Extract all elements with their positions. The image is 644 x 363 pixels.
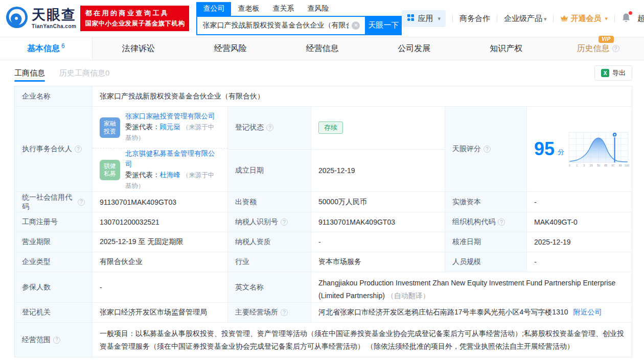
industry-label: 行业 bbox=[228, 252, 311, 272]
score-chart: 0 1 3 15 50 85 97 99 100 bbox=[567, 130, 630, 168]
industry-value: 资本市场服务 bbox=[311, 252, 445, 272]
table-row: 参保人数 - 英文名称 Zhangjiakou Production Inves… bbox=[15, 272, 632, 303]
tab-business-info[interactable]: 经营信息 bbox=[277, 37, 369, 60]
search-tab-company[interactable]: 查公司 bbox=[196, 2, 231, 16]
help-icon[interactable] bbox=[281, 309, 288, 316]
insured-label: 参保人数 bbox=[15, 272, 93, 302]
search-tabs: 查公司 查老板 查关系 查风险 bbox=[196, 2, 402, 16]
search-input[interactable] bbox=[196, 16, 365, 35]
rep-label: 委派代表： bbox=[125, 171, 160, 179]
taxpayer-id-label: 纳税人识别号 bbox=[228, 212, 311, 232]
company-name-label: 企业名称 bbox=[15, 86, 93, 106]
english-name-value: Zhangjiakou Production Investment Zhan N… bbox=[311, 272, 632, 302]
search-area: 查公司 查老板 查关系 查风险 天眼一下 bbox=[196, 2, 402, 35]
enterprise-products-menu[interactable]: 企业级产品 bbox=[504, 14, 547, 23]
clear-icon[interactable] bbox=[352, 21, 360, 30]
staff-size-label: 人员规模 bbox=[445, 252, 527, 272]
tianyancha-logo[interactable]: 天眼查 TianYanCha.com bbox=[5, 6, 76, 31]
reg-number-label: 工商注册号 bbox=[15, 212, 93, 232]
partner-avatar: 骐健 私募 bbox=[100, 160, 120, 180]
address-label: 主要经营场所 bbox=[228, 303, 311, 322]
search-button[interactable]: 天眼一下 bbox=[365, 16, 402, 35]
tab-history-info[interactable]: 历史信息 VIP bbox=[552, 37, 644, 60]
score-unit: 分 bbox=[558, 148, 564, 157]
partners-label: 执行事务合伙人 bbox=[15, 107, 93, 191]
search-tab-relation[interactable]: 查关系 bbox=[266, 2, 301, 16]
score-axis: 0 1 3 15 50 85 97 99 100 bbox=[569, 164, 629, 167]
org-code-value: MAK409GT-0 bbox=[527, 212, 632, 232]
table-row: 营业期限 2025-12-19 至 无固定期限 纳税人资质 - 核准日期 202… bbox=[15, 232, 632, 252]
address-value: 河北省张家口市经济开发区老鸦庄钻石南路17号丰泰风光苑小区4号写字楼1310 附… bbox=[311, 303, 632, 322]
tab-basic-info[interactable]: 基本信息 6 bbox=[0, 37, 93, 60]
company-info-table: 企业名称 张家口产投战新股权投资基金合伙企业（有限合伙） 执行事务合伙人 家融 … bbox=[14, 86, 632, 357]
super-risk-menu[interactable]: 超级风... bbox=[637, 14, 644, 23]
svg-text:97: 97 bbox=[611, 164, 614, 167]
business-term-value: 2025-12-19 至 无固定期限 bbox=[93, 232, 228, 252]
capital-label: 出资额 bbox=[228, 192, 311, 212]
company-type-value: 有限合伙企业 bbox=[93, 252, 228, 272]
company-type-label: 企业类型 bbox=[15, 252, 93, 272]
tab-company-development[interactable]: 公司发展 bbox=[368, 37, 460, 60]
help-icon[interactable] bbox=[53, 336, 60, 344]
slogan-line1: 都在用的商业查询工具 bbox=[85, 9, 185, 18]
help-icon[interactable] bbox=[498, 219, 505, 226]
capital-value: 50000万人民币 bbox=[311, 192, 445, 212]
tab-operating-risk[interactable]: 经营风险 bbox=[185, 37, 277, 60]
apps-menu[interactable]: 应用 bbox=[402, 10, 446, 27]
logo-swirl-icon bbox=[5, 6, 29, 31]
established-value: 2025-12-19 bbox=[311, 149, 445, 192]
excel-icon bbox=[601, 69, 609, 77]
help-icon[interactable] bbox=[281, 219, 288, 226]
svg-text:0: 0 bbox=[569, 164, 570, 167]
reg-number-value: 130701200032521 bbox=[93, 212, 228, 232]
notification-bell[interactable] bbox=[622, 13, 631, 24]
help-icon[interactable] bbox=[78, 199, 85, 206]
business-scope-value: 一般项目：以私募基金从事股权投资、投资管理、资产管理等活动（须在中国证券投资基金… bbox=[93, 323, 632, 357]
subtab-history-registration[interactable]: 历史工商信息0 bbox=[59, 61, 109, 85]
divider bbox=[614, 15, 615, 22]
partner-row: 骐健 私募 北京骐健私募基金管理有限公司 委派代表：杜海峰 （来源于中基协） bbox=[93, 148, 227, 191]
svg-text:100: 100 bbox=[625, 164, 629, 167]
svg-text:15: 15 bbox=[590, 164, 593, 167]
help-icon[interactable] bbox=[612, 45, 619, 52]
org-code-label: 组织机构代码 bbox=[445, 212, 527, 232]
svg-text:3: 3 bbox=[583, 164, 585, 167]
svg-text:85: 85 bbox=[604, 164, 607, 167]
paid-capital-label: 实缴资本 bbox=[445, 192, 527, 212]
rep-name-link[interactable]: 杜海峰 bbox=[160, 171, 181, 179]
apps-label: 应用 bbox=[418, 14, 433, 23]
help-icon[interactable] bbox=[75, 146, 82, 153]
export-button[interactable]: 导出 bbox=[594, 65, 632, 81]
open-vip-link[interactable]: 开通会员 bbox=[560, 14, 608, 23]
search-tab-risk[interactable]: 查风险 bbox=[301, 2, 335, 16]
partner-company-link[interactable]: 北京骐健私募基金管理有限公司 bbox=[125, 150, 215, 168]
help-icon[interactable] bbox=[266, 124, 273, 131]
approval-date-value: 2025-12-19 bbox=[527, 232, 632, 252]
table-row: 工商注册号 130701200032521 纳税人识别号 91130701MAK… bbox=[15, 212, 632, 232]
tab-intellectual-property[interactable]: 知识产权 bbox=[460, 37, 552, 60]
nearby-companies-link[interactable]: 附近公司 bbox=[573, 308, 602, 317]
table-row: 经营范围 一般项目：以私募基金从事股权投资、投资管理、资产管理等活动（须在中国证… bbox=[15, 323, 632, 357]
subtab-registration-info[interactable]: 工商信息 bbox=[14, 61, 45, 85]
tab-count-badge: 6 bbox=[61, 42, 65, 50]
score-label: 天眼评分 bbox=[445, 107, 527, 191]
credit-code-label: 统一社会信用代码 bbox=[15, 192, 93, 212]
help-icon[interactable] bbox=[484, 146, 491, 153]
partner-company-link[interactable]: 张家口家融投资管理有限公司 bbox=[125, 112, 215, 120]
svg-text:99: 99 bbox=[618, 164, 622, 167]
vip-label: 开通会员 bbox=[570, 14, 601, 23]
rep-name-link[interactable]: 顾元燊 bbox=[160, 123, 181, 131]
table-row: 登记机关 张家口经济开发区市场监督管理局 主要经营场所 河北省张家口市经济开发区… bbox=[15, 303, 632, 323]
score-value: 95 bbox=[534, 140, 555, 158]
search-tab-boss[interactable]: 查老板 bbox=[231, 2, 266, 16]
main-tabs: 基本信息 6 法律诉讼 经营风险 经营信息 公司发展 知识产权 历史信息 VIP bbox=[0, 37, 644, 60]
insured-value: - bbox=[93, 272, 228, 302]
business-coop-link[interactable]: 商务合作 bbox=[459, 14, 490, 23]
divider bbox=[553, 15, 554, 22]
status-badge: 存续 bbox=[318, 122, 343, 134]
vip-badge: VIP bbox=[599, 36, 614, 43]
tab-legal-litigation[interactable]: 法律诉讼 bbox=[93, 37, 185, 60]
reg-status-label: 登记状态 bbox=[228, 107, 311, 149]
taxpayer-id-value: 91130701MAK409GT03 bbox=[311, 212, 445, 232]
svg-text:50: 50 bbox=[597, 164, 600, 167]
